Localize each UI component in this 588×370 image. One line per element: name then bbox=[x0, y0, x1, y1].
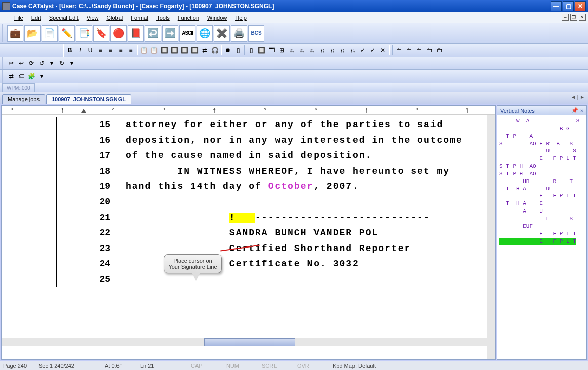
format-button-14[interactable]: 🎧 bbox=[210, 45, 220, 55]
format-button-32[interactable]: 🗀 bbox=[394, 45, 404, 55]
format-button-4[interactable]: ≡ bbox=[105, 45, 115, 55]
format-button-11[interactable]: 🔲 bbox=[179, 45, 189, 55]
edit-button-1[interactable]: ↩ bbox=[16, 58, 26, 68]
toolbar-button-9[interactable]: ➡️ bbox=[162, 25, 178, 42]
format-button-10[interactable]: 🔲 bbox=[169, 45, 179, 55]
format-button-1[interactable]: I bbox=[75, 45, 85, 55]
tab-scroll-arrows[interactable]: ◄ | ► bbox=[571, 94, 585, 100]
menu-format[interactable]: Format bbox=[127, 14, 152, 22]
edit-button-3[interactable]: ↺ bbox=[36, 58, 47, 68]
notes-body[interactable]: W A S B G T P A S AO E R B S U S E F P L… bbox=[497, 115, 586, 359]
format-button-3[interactable]: ≡ bbox=[95, 45, 105, 55]
format-button-7[interactable]: 📋 bbox=[139, 45, 149, 55]
document-scroll[interactable]: 15attorney for either or any of the part… bbox=[2, 115, 487, 359]
extra-button-2[interactable]: 🧩 bbox=[26, 71, 36, 81]
format-button-5[interactable]: ≡ bbox=[115, 45, 126, 55]
edit-button-2[interactable]: ⟳ bbox=[26, 58, 36, 68]
format-button-2[interactable]: U bbox=[85, 45, 95, 55]
format-button-17[interactable]: ▯ bbox=[246, 45, 256, 55]
line-text[interactable]: deposition, nor in any way interested in… bbox=[126, 133, 487, 148]
line-text[interactable]: !___--------------------------- bbox=[126, 210, 487, 226]
transcript-line[interactable]: 21 !___--------------------------- bbox=[2, 210, 487, 226]
transcript-line[interactable]: 18 IN WITNESS WHEREOF, I have hereunto s… bbox=[2, 163, 487, 179]
format-button-6[interactable]: ≡ bbox=[126, 45, 136, 55]
format-button-21[interactable]: ⎌ bbox=[287, 45, 297, 55]
minimize-button[interactable]: — bbox=[551, 1, 562, 11]
menu-tools[interactable]: Tools bbox=[152, 14, 174, 22]
maximize-button[interactable]: ▢ bbox=[563, 1, 574, 11]
doc-restore[interactable]: ❐ bbox=[570, 14, 577, 21]
format-button-24[interactable]: ⎌ bbox=[317, 45, 327, 55]
line-text[interactable]: IN WITNESS WHEREOF, I have hereunto set … bbox=[126, 163, 487, 179]
transcript-line[interactable]: 17of the cause named in said deposition. bbox=[2, 148, 487, 163]
transcript-line[interactable]: 25 bbox=[2, 272, 487, 287]
format-button-36[interactable]: 🗀 bbox=[435, 45, 445, 55]
line-text[interactable] bbox=[126, 272, 487, 287]
format-button-9[interactable]: 🔲 bbox=[159, 45, 169, 55]
format-button-29[interactable]: ✓ bbox=[368, 45, 378, 55]
format-button-12[interactable]: 🔲 bbox=[189, 45, 200, 55]
menu-global[interactable]: Global bbox=[102, 14, 127, 22]
format-button-28[interactable]: ✓ bbox=[358, 45, 368, 55]
format-button-26[interactable]: ⎌ bbox=[337, 45, 347, 55]
toolbar-handle[interactable] bbox=[2, 24, 5, 42]
toolbar-handle[interactable] bbox=[2, 70, 5, 83]
extra-button-3[interactable]: ▾ bbox=[36, 71, 47, 81]
toolbar-button-3[interactable]: ✏️ bbox=[59, 25, 75, 42]
line-text[interactable]: attorney for either or any of the partie… bbox=[126, 117, 487, 133]
transcript-line[interactable]: 23 Certified Shorthand Reporter bbox=[2, 241, 487, 257]
horizontal-scrollbar[interactable] bbox=[2, 338, 487, 346]
transcript-line[interactable]: 19hand this 14th day of October, 2007. bbox=[2, 179, 487, 194]
toolbar-button-5[interactable]: 🔖 bbox=[93, 25, 109, 42]
month-field[interactable]: October bbox=[268, 181, 314, 191]
format-button-19[interactable]: 🗔 bbox=[266, 45, 277, 55]
close-button[interactable]: ✕ bbox=[575, 1, 586, 11]
edit-button-5[interactable]: ↻ bbox=[57, 58, 67, 68]
line-text[interactable] bbox=[126, 194, 487, 210]
format-button-18[interactable]: 🔲 bbox=[256, 45, 266, 55]
vertical-scrollbar[interactable] bbox=[487, 115, 495, 359]
format-button-35[interactable]: 🗀 bbox=[424, 45, 435, 55]
toolbar-button-0[interactable]: 💼 bbox=[7, 25, 23, 42]
toolbar-button-12[interactable]: ✖️ bbox=[214, 25, 230, 42]
format-button-13[interactable]: ⇄ bbox=[200, 45, 210, 55]
tab-document[interactable]: 100907_JOHNSTON.SGNGL bbox=[46, 94, 131, 104]
format-button-27[interactable]: ⎌ bbox=[347, 45, 358, 55]
format-button-34[interactable]: 🗀 bbox=[414, 45, 424, 55]
menu-view[interactable]: View bbox=[83, 14, 103, 22]
transcript-line[interactable]: 15attorney for either or any of the part… bbox=[2, 117, 487, 133]
menu-function[interactable]: Function bbox=[174, 14, 203, 22]
line-text[interactable]: of the cause named in said deposition. bbox=[126, 148, 487, 163]
extra-button-1[interactable]: 🏷 bbox=[16, 71, 26, 81]
doc-close[interactable]: × bbox=[579, 14, 586, 21]
menu-help[interactable]: Help bbox=[231, 14, 251, 22]
pin-icon[interactable]: 📌 bbox=[571, 107, 578, 114]
menu-special-edit[interactable]: Special Edit bbox=[45, 14, 83, 22]
toolbar-button-2[interactable]: 📄 bbox=[42, 25, 58, 42]
format-button-23[interactable]: ⎌ bbox=[307, 45, 317, 55]
line-text[interactable]: hand this 14th day of October, 2007. bbox=[126, 179, 487, 194]
notes-title-bar[interactable]: Vertical Notes 📌 × bbox=[497, 106, 586, 115]
doc-minimize[interactable]: – bbox=[562, 14, 569, 21]
toolbar-handle[interactable] bbox=[61, 44, 64, 57]
menu-window[interactable]: Window bbox=[203, 14, 231, 22]
format-button-25[interactable]: ⎌ bbox=[327, 45, 337, 55]
edit-button-4[interactable]: ▾ bbox=[47, 58, 57, 68]
line-text[interactable]: SANDRA BUNCH VANDER POL bbox=[126, 225, 487, 241]
toolbar-button-13[interactable]: 🖨️ bbox=[231, 25, 247, 42]
transcript-line[interactable]: 24 Certificate No. 3032 bbox=[2, 256, 487, 272]
transcript-line[interactable]: 16deposition, nor in any way interested … bbox=[2, 133, 487, 148]
menu-edit[interactable]: Edit bbox=[27, 14, 45, 22]
transcript-line[interactable]: 22 SANDRA BUNCH VANDER POL bbox=[2, 225, 487, 241]
extra-button-0[interactable]: ⇄ bbox=[6, 71, 16, 81]
tab-manage-jobs[interactable]: Manage jobs bbox=[2, 94, 45, 104]
toolbar-button-1[interactable]: 📂 bbox=[24, 25, 41, 42]
format-button-15[interactable]: ⏺ bbox=[223, 45, 233, 55]
notes-close-icon[interactable]: × bbox=[580, 108, 583, 114]
format-button-0[interactable]: B bbox=[65, 45, 75, 55]
toolbar-button-8[interactable]: ↩️ bbox=[145, 25, 161, 42]
toolbar-handle[interactable] bbox=[2, 57, 5, 69]
document-content[interactable]: 15attorney for either or any of the part… bbox=[2, 115, 487, 338]
edit-button-0[interactable]: ✂ bbox=[6, 58, 16, 68]
toolbar-button-4[interactable]: 📑 bbox=[76, 25, 92, 42]
